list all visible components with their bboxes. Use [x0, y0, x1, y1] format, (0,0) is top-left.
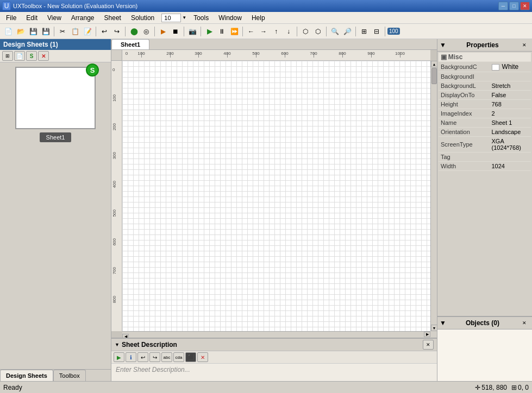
ruler-v-0: 0 — [112, 67, 115, 72]
tb-separator-1 — [54, 27, 54, 36]
tb-new[interactable]: 📄 — [2, 26, 14, 37]
zoom-dropdown[interactable]: ▼ — [159, 12, 189, 23]
tb-play[interactable]: ▶ — [157, 26, 169, 37]
sd-btn-info[interactable]: ℹ — [126, 352, 136, 362]
scroll-thumb-v[interactable] — [431, 68, 437, 84]
sd-btn-redo[interactable]: ↪ — [149, 352, 160, 362]
props-row-orientation: Orientation Landscape — [439, 128, 531, 137]
collapse-icon[interactable]: ▼ — [115, 342, 120, 347]
title-bar-controls: ─ □ ✕ — [498, 2, 530, 10]
tb-align-right[interactable]: ⬡ — [312, 26, 324, 37]
sd-btn-clear[interactable]: ✕ — [197, 352, 208, 362]
tb-stop[interactable]: ⏹ — [170, 26, 181, 37]
sheet-tab-sheet1[interactable]: Sheet1 — [111, 39, 149, 49]
right-panel: ▼ Properties ✕ ▣ Misc BackgroundC — [437, 39, 532, 381]
tb-save[interactable]: 💾 — [27, 26, 39, 37]
sd-btn-cda[interactable]: cda — [173, 352, 184, 362]
tb-arrow-left[interactable]: ← — [245, 26, 257, 37]
tb-redo[interactable]: ↪ — [111, 26, 123, 37]
tb-arrow-right[interactable]: → — [258, 26, 270, 37]
sheet-desc-close-btn[interactable]: ✕ — [423, 340, 434, 350]
tb-zoom-out[interactable]: 🔎 — [341, 26, 353, 37]
menu-solution[interactable]: Solution — [126, 12, 159, 23]
props-section-misc: ▣ Misc — [439, 53, 531, 62]
menu-bar: File Edit View Arrange Sheet Solution ▼ … — [0, 12, 532, 24]
zoom-arrow-icon[interactable]: ▼ — [182, 15, 186, 20]
tb-misc2[interactable]: ⊟ — [371, 26, 383, 37]
minimize-button[interactable]: ─ — [498, 2, 508, 10]
sd-btn-play[interactable]: ▶ — [114, 352, 124, 362]
objects-header[interactable]: ▼ Objects (0) ✕ — [437, 317, 532, 329]
title-bar-text: UXToolbox - New Solution (Evaluation Ver… — [13, 3, 498, 9]
menu-window[interactable]: Window — [214, 12, 247, 23]
props-val-displayonto: False — [490, 91, 531, 100]
scroll-right-btn[interactable]: ▶ — [424, 332, 430, 337]
ds-close-btn[interactable]: ✕ — [38, 51, 49, 61]
scroll-left-btn[interactable]: ◀ — [122, 334, 129, 338]
menu-view[interactable]: View — [42, 12, 66, 23]
tb-pause[interactable]: ⏸ — [216, 26, 228, 37]
menu-sheet[interactable]: Sheet — [99, 12, 126, 23]
scroll-down-btn[interactable]: ▼ — [431, 325, 437, 331]
sd-btn-abc[interactable]: abc — [161, 352, 172, 362]
tb-align-left[interactable]: ⬡ — [299, 26, 311, 37]
menu-edit[interactable]: Edit — [21, 12, 42, 23]
tb-cut[interactable]: ✂ — [57, 26, 68, 37]
tb-misc1[interactable]: ⊞ — [358, 26, 370, 37]
zoom-value[interactable] — [161, 14, 181, 22]
properties-close-btn[interactable]: ✕ — [519, 40, 530, 50]
props-row-height: Height 768 — [439, 100, 531, 109]
maximize-button[interactable]: □ — [509, 2, 519, 10]
status-ready-text: Ready — [3, 384, 22, 391]
sheet-desc-body[interactable]: Enter Sheet Description... — [111, 364, 437, 376]
tb-green1[interactable]: ⬤ — [128, 26, 140, 37]
status-bar: Ready ✛ 518, 880 ⊞ 0, 0 — [0, 381, 532, 393]
scroll-up-btn[interactable]: ▲ — [431, 61, 437, 67]
properties-header[interactable]: ▼ Properties ✕ — [437, 39, 532, 52]
tb-arrow-down[interactable]: ↓ — [283, 26, 295, 37]
sheet-thumb[interactable]: S — [15, 67, 96, 129]
sheet-desc-title-text: Sheet Description — [122, 341, 177, 348]
tb-camera[interactable]: 📷 — [186, 26, 198, 37]
sheet-thumb-icon: S — [86, 64, 99, 77]
tb-zoom-in[interactable]: 🔍 — [329, 26, 341, 37]
props-key-screentype: ScreenType — [439, 137, 490, 153]
scrollbar-horizontal[interactable]: ◀ ▶ — [122, 331, 430, 338]
props-key-imageindex: ImageIndex — [439, 109, 490, 118]
tb-separator-11 — [385, 27, 385, 36]
tb-forward[interactable]: ⏩ — [228, 26, 240, 37]
tb-play2[interactable]: ▶ — [203, 26, 215, 37]
ds-circle-btn[interactable]: S — [26, 51, 37, 61]
tb-arrow-up[interactable]: ↑ — [270, 26, 282, 37]
props-row-backgroundc: BackgroundC White — [439, 62, 531, 72]
ds-grid-icon[interactable]: ⊞ — [2, 51, 13, 61]
tb-undo[interactable]: ↩ — [98, 26, 110, 37]
tb-save2[interactable]: 💾 — [40, 26, 52, 37]
tab-toolbox[interactable]: Toolbox — [53, 370, 86, 381]
ruler-h-700: 700 — [310, 51, 317, 56]
menu-help[interactable]: Help — [247, 12, 270, 23]
menu-arrange[interactable]: Arrange — [66, 12, 99, 23]
close-button[interactable]: ✕ — [520, 2, 530, 10]
canvas-container[interactable]: 0 100 200 300 400 500 600 700 80 — [111, 50, 437, 338]
ruler-h-600: 600 — [281, 51, 288, 56]
canvas-scroll-area[interactable] — [122, 61, 430, 331]
design-sheets-header: Design Sheets (1) — [0, 39, 111, 50]
sd-btn-undo[interactable]: ↩ — [137, 352, 148, 362]
tb-copy[interactable]: 📋 — [69, 26, 81, 37]
tb-open[interactable]: 📂 — [15, 26, 27, 37]
menu-file[interactable]: File — [1, 12, 21, 23]
menu-tools[interactable]: Tools — [189, 12, 214, 23]
tab-design-sheets[interactable]: Design Sheets — [0, 370, 53, 381]
tb-paste[interactable]: 📝 — [82, 26, 93, 37]
objects-close-btn[interactable]: ✕ — [519, 318, 530, 328]
tb-separator-9 — [326, 27, 327, 36]
tb-target[interactable]: ◎ — [140, 26, 152, 37]
ruler-h-500: 500 — [252, 51, 259, 56]
design-sheets-title: Design Sheets (1) — [3, 41, 58, 48]
scrollbar-vertical[interactable]: ▲ ▼ — [430, 61, 437, 331]
ruler-horizontal: 0 100 200 300 400 500 600 700 80 — [122, 50, 430, 61]
sd-btn-color[interactable]: ⬛ — [185, 352, 196, 362]
props-row-width: Width 1024 — [439, 162, 531, 171]
ds-new-btn[interactable]: 📄 — [14, 51, 25, 61]
